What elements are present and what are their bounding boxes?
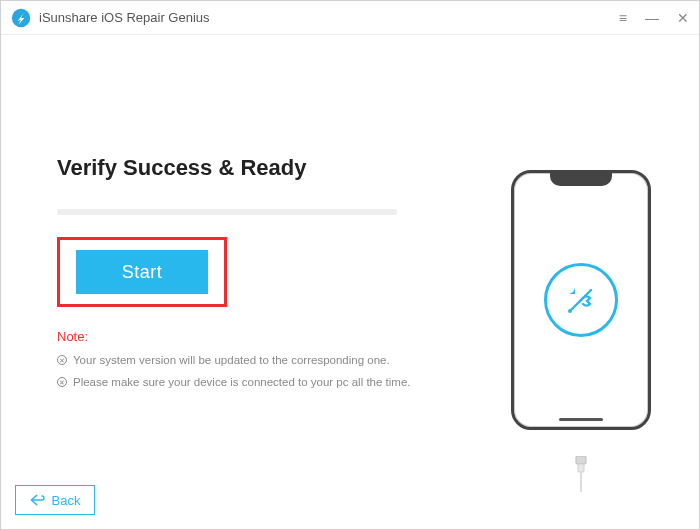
close-icon[interactable]: ✕ [677,11,689,25]
minimize-icon[interactable]: — [645,11,659,25]
back-button[interactable]: Back [15,485,95,515]
back-arrow-icon [30,494,46,506]
note-item: ✕ Your system version will be updated to… [57,354,447,366]
svg-rect-2 [576,456,586,464]
main-content: Verify Success & Ready Start Note: ✕ You… [1,35,699,388]
note-text: Your system version will be updated to t… [73,354,390,366]
svg-rect-3 [578,464,584,472]
home-indicator-icon [559,418,603,421]
svg-point-1 [568,309,572,313]
note-item: ✕ Please make sure your device is connec… [57,376,447,388]
cable-icon [570,456,592,492]
note-label: Note: [57,329,447,344]
note-text: Please make sure your device is connecte… [73,376,411,388]
app-logo-icon [11,8,31,28]
footer: Back [15,485,95,515]
menu-icon[interactable]: ≡ [619,11,627,25]
page-title: Verify Success & Ready [57,155,447,181]
progress-bar [57,209,397,215]
back-label: Back [52,493,81,508]
bullet-icon: ✕ [57,377,67,387]
phone-icon [511,170,651,430]
bullet-icon: ✕ [57,355,67,365]
titlebar: iSunshare iOS Repair Genius ≡ — ✕ [1,1,699,35]
phone-notch-icon [550,173,612,186]
start-button[interactable]: Start [76,250,208,294]
svg-rect-4 [580,472,582,492]
repair-tools-icon [544,263,618,337]
start-highlight-box: Start [57,237,227,307]
device-illustration [511,170,651,460]
app-title: iSunshare iOS Repair Genius [39,10,210,25]
window-controls: ≡ — ✕ [619,11,689,25]
